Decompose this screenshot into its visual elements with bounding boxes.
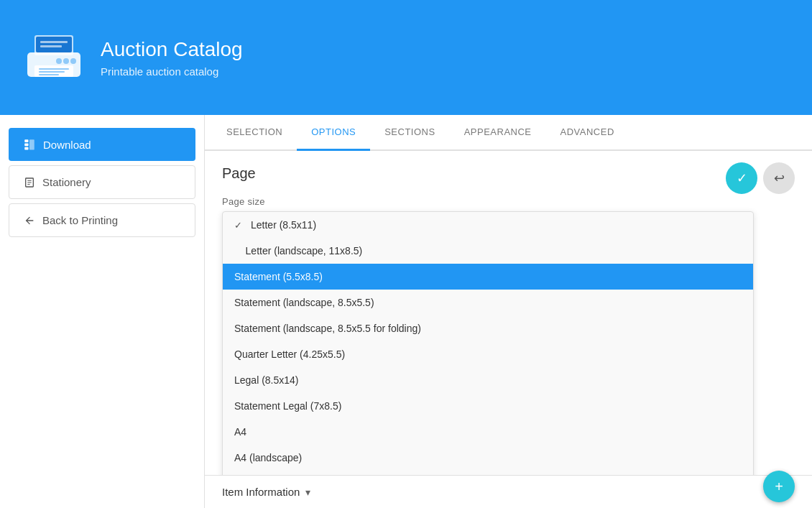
app-logo <box>22 25 86 90</box>
svg-rect-2 <box>36 37 72 52</box>
download-button[interactable]: Download <box>9 128 195 161</box>
back-arrow-icon <box>24 215 35 226</box>
tab-appearance[interactable]: APPEARANCE <box>450 115 546 151</box>
download-label: Download <box>43 139 91 151</box>
app-subtitle: Printable auction catalog <box>101 65 243 78</box>
svg-rect-15 <box>29 139 34 149</box>
list-item[interactable]: Statement (landscape, 8.5x5.5 for foldin… <box>223 315 753 341</box>
tab-bar: SELECTION OPTIONS SECTIONS APPEARANCE AD… <box>205 115 812 151</box>
sidebar: Download Stationery Back to Printing <box>0 115 205 508</box>
tab-selection[interactable]: SELECTION <box>212 115 297 151</box>
list-item[interactable]: Letter (8.5x11) <box>223 212 753 238</box>
stationery-button[interactable]: Stationery <box>9 165 195 199</box>
page-size-label: Page size <box>222 196 795 207</box>
stationery-label: Stationery <box>42 176 91 188</box>
reset-button[interactable]: ↩ <box>763 162 795 194</box>
page-size-dropdown[interactable]: Letter (8.5x11) Letter (landscape, 11x8.… <box>222 211 754 508</box>
confirm-button[interactable]: ✓ <box>726 162 757 194</box>
header-text: Auction Catalog Printable auction catalo… <box>101 38 243 78</box>
list-item[interactable]: A4 (landscape) <box>223 445 753 471</box>
list-item[interactable]: Statement (landscape, 8.5x5.5) <box>223 290 753 315</box>
list-item[interactable]: Quarter Letter (4.25x5.5) <box>223 341 753 367</box>
list-item[interactable]: Statement Legal (7x8.5) <box>223 393 753 419</box>
svg-rect-13 <box>24 144 28 147</box>
stationery-icon <box>24 177 35 188</box>
main-content: SELECTION OPTIONS SECTIONS APPEARANCE AD… <box>205 115 812 508</box>
item-information-label: Item Information <box>222 486 300 498</box>
svg-rect-3 <box>40 41 68 43</box>
svg-rect-6 <box>39 68 69 70</box>
app-title: Auction Catalog <box>101 38 243 61</box>
svg-point-9 <box>70 58 76 64</box>
svg-rect-7 <box>39 71 65 73</box>
svg-rect-12 <box>24 139 28 142</box>
list-item[interactable]: A4 <box>223 419 753 445</box>
tab-sections[interactable]: SECTIONS <box>370 115 449 151</box>
header: Auction Catalog Printable auction catalo… <box>0 0 812 115</box>
svg-point-11 <box>56 58 62 64</box>
svg-rect-14 <box>24 147 28 150</box>
fab-button[interactable]: + <box>763 471 795 502</box>
tab-advanced[interactable]: ADVANCED <box>546 115 629 151</box>
svg-rect-4 <box>40 45 62 47</box>
svg-rect-8 <box>39 74 59 75</box>
dropdown-list: Letter (8.5x11) Letter (landscape, 11x8.… <box>222 211 754 508</box>
chevron-down-icon: ▾ <box>305 486 310 498</box>
download-icon <box>23 138 36 151</box>
content-area: Page ✓ ↩ Page size Letter (8.5x11) Lette… <box>205 151 812 508</box>
svg-point-10 <box>63 58 69 64</box>
item-information-bar[interactable]: Item Information ▾ <box>205 475 812 508</box>
list-item[interactable]: Statement (5.5x8.5) <box>223 264 753 290</box>
back-label: Back to Printing <box>42 214 118 226</box>
list-item[interactable]: Legal (8.5x14) <box>223 367 753 393</box>
action-buttons: ✓ ↩ <box>726 162 795 194</box>
tab-options[interactable]: OPTIONS <box>297 115 370 151</box>
page-section-title: Page <box>222 165 795 182</box>
list-item[interactable]: Letter (landscape, 11x8.5) <box>223 238 753 264</box>
back-to-printing-button[interactable]: Back to Printing <box>9 203 195 237</box>
